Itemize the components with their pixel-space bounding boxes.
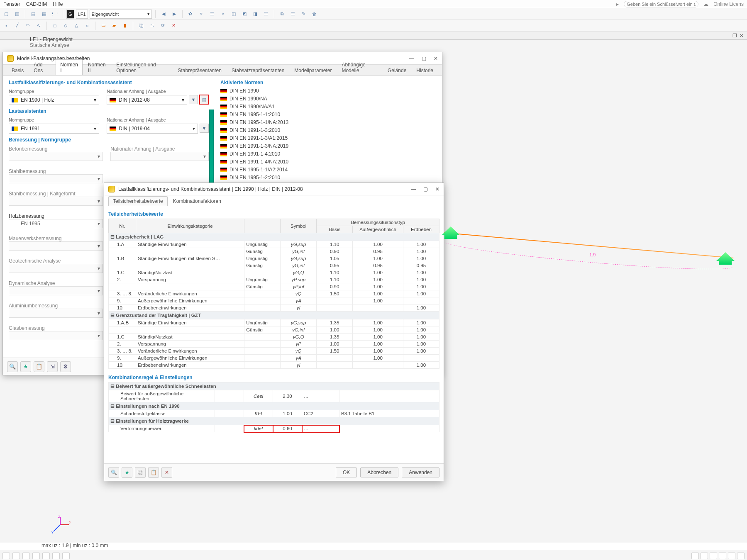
favorites-icon[interactable]: ★ xyxy=(122,467,132,478)
status-icon[interactable] xyxy=(701,553,708,559)
snap-line-icon[interactable]: ╱ xyxy=(12,21,22,30)
next-icon[interactable]: ▶ xyxy=(170,10,179,19)
window-restore-icon[interactable]: ❐ xyxy=(732,33,737,39)
nodes-icon[interactable]: ⋮⋮ xyxy=(50,10,59,19)
favorites-icon[interactable]: ★ xyxy=(20,361,31,372)
tool-icon[interactable]: □ xyxy=(50,21,59,30)
tool-icon[interactable]: ○ xyxy=(83,21,92,30)
member-icon[interactable]: ▭ xyxy=(99,21,108,30)
new-icon[interactable]: ▢ xyxy=(2,10,11,19)
tab-basis[interactable]: Basis xyxy=(7,65,28,75)
status-icon[interactable] xyxy=(32,553,40,559)
status-icon[interactable] xyxy=(12,553,20,559)
row-kdef-dots[interactable]: … xyxy=(302,425,339,432)
listline-stahl[interactable]: ▾ xyxy=(9,174,103,183)
select-din-2019-04[interactable]: DIN | 2019-04 ▾ xyxy=(107,124,198,134)
surface-icon[interactable]: ▰ xyxy=(110,21,119,30)
model-viewport[interactable]: 1.9 xyxy=(444,220,735,270)
snap-curve-icon[interactable]: ∿ xyxy=(34,21,43,30)
search-icon[interactable]: 🔍 xyxy=(7,361,18,372)
copy-from-icon[interactable]: ⇲ xyxy=(47,361,58,372)
tab-settings[interactable]: Einstellungen und Optionen xyxy=(112,59,172,75)
search-icon[interactable]: 🔍 xyxy=(108,467,119,478)
listline-mauerwerk[interactable]: ▾ xyxy=(9,241,103,251)
listline-beton[interactable]: ▾ xyxy=(9,152,103,161)
snap-point-icon[interactable]: • xyxy=(2,21,11,30)
tool-icon[interactable]: ✧ xyxy=(197,10,206,19)
select-en1991[interactable]: EN 1991 ▾ xyxy=(9,124,99,134)
row-en-v2[interactable]: CC2 xyxy=(302,410,339,417)
status-icon[interactable] xyxy=(728,553,735,559)
tab-teilsicherheit[interactable]: Teilsicherheitsbeiwerte xyxy=(108,196,168,206)
delete-icon[interactable]: ✕ xyxy=(161,467,172,478)
status-icon[interactable] xyxy=(710,553,717,559)
status-icon[interactable] xyxy=(42,553,50,559)
loadcase-name[interactable]: Eigengewicht▾ xyxy=(90,10,152,19)
tab-history[interactable]: Historie xyxy=(412,65,438,75)
tool-icon[interactable]: ✿ xyxy=(186,10,195,19)
row-kdef-value[interactable]: 0.60 xyxy=(273,425,302,432)
listline-stahl-kalt[interactable]: ▾ xyxy=(9,197,103,206)
menu-cad-bim[interactable]: CAD-BIM xyxy=(26,1,47,7)
tool-icon[interactable]: ✎ xyxy=(299,10,308,19)
row-snow-val[interactable]: 2.30 xyxy=(273,390,302,402)
tool-icon[interactable]: ☰ xyxy=(288,10,298,19)
apply-button[interactable]: Anwenden xyxy=(402,467,439,477)
maximize-icon[interactable]: ▢ xyxy=(423,186,428,192)
paste-icon[interactable]: 📋 xyxy=(148,467,159,478)
maximize-icon[interactable]: ▢ xyxy=(422,56,426,61)
solid-icon[interactable]: ▮ xyxy=(120,21,129,30)
minimize-icon[interactable]: — xyxy=(411,186,416,192)
copy-icon[interactable]: ⿻ xyxy=(135,467,146,478)
snap-arc-icon[interactable]: ◠ xyxy=(23,21,32,30)
tab-model-params[interactable]: Modellparameter xyxy=(290,65,336,75)
listline-alu[interactable]: ▾ xyxy=(9,309,103,318)
close-icon[interactable]: ✕ xyxy=(434,56,438,61)
tool-icon[interactable]: ◇ xyxy=(61,21,70,30)
select-din-2012-08[interactable]: DIN | 2012-08 ▾ xyxy=(107,95,187,105)
copy-icon[interactable]: ⿻ xyxy=(137,21,146,30)
tab-terrain[interactable]: Gelände xyxy=(383,65,411,75)
row-snow-dots[interactable]: … xyxy=(302,390,339,402)
close-icon[interactable]: ✕ xyxy=(435,186,439,192)
tool-icon[interactable]: ⌖ xyxy=(218,10,227,19)
tool-icon[interactable]: 🗑 xyxy=(310,10,319,19)
tool-icon[interactable]: ☲ xyxy=(208,10,217,19)
grid-icon[interactable]: ▦ xyxy=(39,10,49,19)
status-icon[interactable] xyxy=(52,553,60,559)
tab-kombinationsfaktoren[interactable]: Kombinationsfaktoren xyxy=(168,196,226,206)
status-icon[interactable] xyxy=(2,553,10,559)
tool-icon[interactable]: ◫ xyxy=(229,10,238,19)
tab-normen-2[interactable]: Normen II xyxy=(83,59,111,75)
menu-fenster[interactable]: Fenster xyxy=(3,1,20,7)
edit-assistant-button[interactable]: ▤ xyxy=(200,95,209,104)
status-icon[interactable] xyxy=(737,553,745,559)
menu-hilfe[interactable]: Hilfe xyxy=(53,1,63,7)
loadcase-number[interactable]: LF1 xyxy=(76,10,88,19)
tool-icon[interactable]: ◩ xyxy=(240,10,249,19)
tab-depmodels[interactable]: Abhängige Modelle xyxy=(337,59,382,75)
keyword-search-input[interactable] xyxy=(624,1,698,7)
loadcase-code[interactable]: G xyxy=(66,10,74,19)
listline-glas[interactable]: ▾ xyxy=(9,331,103,340)
layers-icon[interactable]: ▤ xyxy=(29,10,38,19)
filter-button[interactable]: ▼ xyxy=(189,95,198,104)
prev-icon[interactable]: ◀ xyxy=(159,10,168,19)
status-icon[interactable] xyxy=(22,553,30,559)
tab-addons[interactable]: Add-Ons xyxy=(29,59,55,75)
window-close-icon[interactable]: ✕ xyxy=(740,33,744,39)
tool-icon[interactable]: ◨ xyxy=(251,10,260,19)
mirror-icon[interactable]: ⇋ xyxy=(147,21,156,30)
listline-geotech[interactable]: ▾ xyxy=(9,264,103,273)
listline-holz[interactable]: EN 1995 ▾ xyxy=(9,219,103,228)
ok-button[interactable]: OK xyxy=(336,467,357,477)
filter-button[interactable]: ▼ xyxy=(200,124,209,133)
tool-icon[interactable]: ⧉ xyxy=(278,10,287,19)
open-icon[interactable]: ▥ xyxy=(12,10,22,19)
tool-icon[interactable]: ☷ xyxy=(261,10,271,19)
select-en1990-holz[interactable]: EN 1990 | Holz ▾ xyxy=(9,95,99,105)
status-icon[interactable] xyxy=(691,553,699,559)
tab-normen-1[interactable]: Normen I xyxy=(56,59,83,75)
cancel-button[interactable]: Abbrechen xyxy=(360,467,398,477)
listline-dynamic[interactable]: ▾ xyxy=(9,286,103,295)
